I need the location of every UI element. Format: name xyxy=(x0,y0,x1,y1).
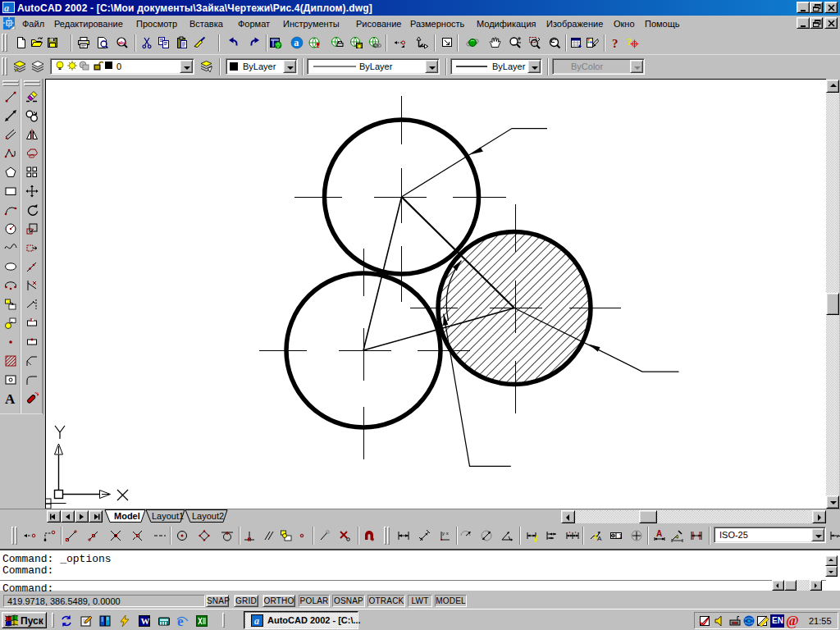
svg-text:e: e xyxy=(177,614,184,628)
svg-text:W: W xyxy=(141,616,150,626)
svg-text:Layout1: Layout1 xyxy=(152,511,184,521)
svg-text:?: ? xyxy=(612,37,619,49)
svg-text:abc: abc xyxy=(118,40,127,45)
svg-text:y x: y x xyxy=(442,531,449,536)
svg-text:Model: Model xyxy=(114,511,140,521)
svg-text:A: A xyxy=(656,529,662,538)
svg-text:?: ? xyxy=(627,36,632,48)
svg-text:A: A xyxy=(597,535,602,542)
svg-text:Layout2: Layout2 xyxy=(192,511,224,521)
svg-text:A: A xyxy=(5,391,16,404)
svg-text:.1: .1 xyxy=(618,533,623,539)
svg-text:a: a xyxy=(294,37,299,48)
